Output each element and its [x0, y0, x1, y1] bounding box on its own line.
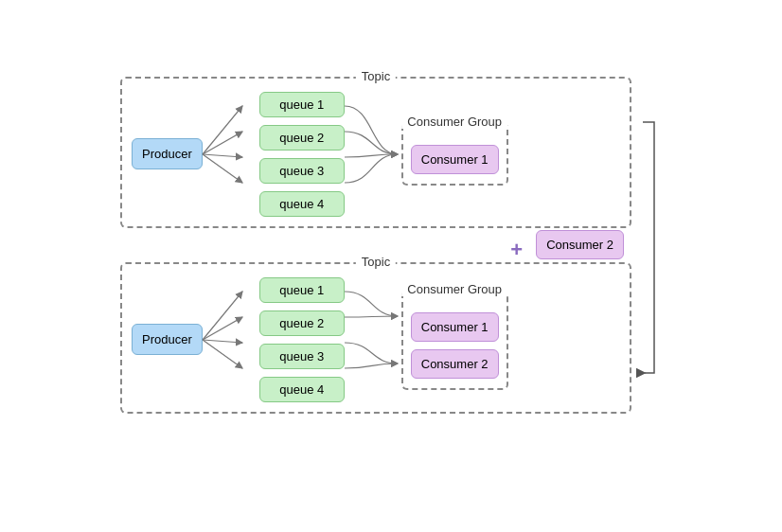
diagram2-queue-4: queue 4	[259, 377, 345, 402]
diagram2-queue-arrows	[345, 278, 401, 401]
diagram1-queue-3: queue 3	[259, 158, 345, 184]
diagram2-queues: queue 1 queue 2 queue 3 queue 4	[259, 277, 345, 402]
diagram2-topic-inner: Producer	[132, 277, 620, 402]
diagram2-topic-label: Topic	[356, 255, 396, 269]
diagram1-consumer-group-label: Consumer Group	[401, 115, 507, 129]
diagram2-consumer-1: Consumer 1	[411, 312, 499, 342]
svg-line-4	[203, 292, 242, 340]
diagram1-topic-label: Topic	[356, 69, 396, 83]
diagram1-queue-2: queue 2	[259, 125, 345, 151]
diagram1-queue-arrows	[345, 93, 401, 216]
diagram1-queues: queue 1 queue 2 queue 3 queue 4	[259, 92, 345, 217]
svg-line-2	[203, 154, 242, 157]
diagram2-consumer-group: Consumer Group Consumer 1 Consumer 2	[401, 290, 508, 390]
diagram1-consumer-group: Consumer Group Consumer 1	[401, 122, 508, 186]
svg-line-6	[203, 340, 242, 343]
diagram1-producer: Producer	[132, 138, 203, 169]
diagram1-queue-1: queue 1	[259, 92, 345, 117]
svg-line-3	[203, 154, 242, 183]
bracket-svg	[635, 13, 662, 477]
whole-layout: Topic Producer	[120, 13, 662, 477]
diagram1-topic-inner: Producer	[132, 92, 620, 217]
standalone-consumer2: Consumer 2	[536, 230, 624, 259]
diagram1: Topic Producer	[120, 77, 631, 228]
main-container: Topic Producer	[3, 4, 779, 529]
diagram2-consumer-2: Consumer 2	[411, 349, 499, 379]
diagram1-producer-arrows	[203, 93, 259, 216]
diagram2-queue-2: queue 2	[259, 310, 345, 336]
left-diagrams: Topic Producer	[120, 77, 631, 414]
diagram1-queue-4: queue 4	[259, 191, 345, 217]
diagram2-producer-arrows	[203, 278, 259, 401]
diagram2: Topic Producer	[120, 262, 631, 414]
diagram2-consumer-group-label: Consumer Group	[401, 282, 507, 296]
diagram1-outer-box: Topic Producer	[120, 77, 631, 228]
diagram2-queue-3: queue 3	[259, 344, 345, 369]
diagram2-producer: Producer	[132, 324, 203, 355]
svg-line-0	[203, 106, 242, 154]
plus-icon: +	[510, 238, 523, 262]
svg-line-7	[203, 340, 242, 368]
diagram2-outer-box: Topic Producer	[120, 262, 631, 414]
diagram1-consumer-1: Consumer 1	[411, 145, 499, 174]
svg-line-5	[203, 317, 242, 340]
svg-line-1	[203, 132, 242, 154]
diagram2-queue-1: queue 1	[259, 277, 345, 303]
